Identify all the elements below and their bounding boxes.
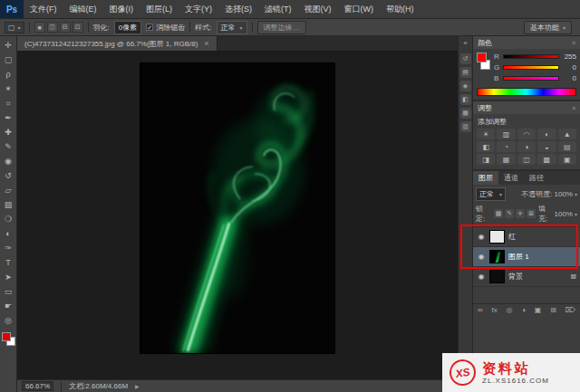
tab-channels[interactable]: 通道 — [498, 171, 524, 185]
eyedropper-tool[interactable]: ✒ — [1, 110, 16, 125]
levels-adjustment-icon[interactable]: ▥ — [497, 129, 515, 139]
opacity-control[interactable]: 不透明度: 100% ▾ — [521, 189, 577, 199]
menu-type[interactable]: 文字(Y) — [179, 0, 218, 18]
feather-input[interactable]: 0像素 — [114, 21, 141, 34]
layer-style-icon[interactable]: fx — [491, 306, 497, 314]
menu-image[interactable]: 图像(I) — [103, 0, 140, 18]
tab-color[interactable]: 颜色 — [478, 38, 492, 48]
style-select[interactable]: 正常 ▾ — [217, 21, 247, 34]
panel-menu-icon[interactable]: ≡ — [572, 105, 575, 111]
new-layer-icon[interactable]: ⊞ — [550, 306, 556, 314]
zoom-level-field[interactable]: 66.67% — [22, 381, 53, 391]
lock-all-icon[interactable]: ⊠ — [527, 209, 536, 218]
posterize-adjustment-icon[interactable]: ▦ — [497, 154, 515, 165]
menu-file[interactable]: 文件(F) — [24, 0, 63, 18]
swatches-panel-icon[interactable]: ▥ — [460, 121, 471, 132]
vibrance-adjustment-icon[interactable]: ▲ — [558, 129, 576, 139]
expand-panels-icon[interactable]: « — [463, 39, 467, 47]
quick-selection-tool[interactable]: ✶ — [1, 81, 16, 96]
hand-tool[interactable]: ☛ — [1, 299, 16, 313]
healing-brush-tool[interactable]: ✚ — [1, 125, 16, 139]
menu-select[interactable]: 选择(S) — [218, 0, 258, 18]
channel-slider[interactable] — [503, 76, 559, 81]
gradient-map-adjustment-icon[interactable]: ▩ — [537, 154, 556, 165]
photo-filter-adjustment-icon[interactable]: ◒ — [537, 141, 556, 152]
menu-window[interactable]: 窗口(W) — [338, 0, 381, 18]
layer-thumbnail[interactable] — [489, 230, 505, 244]
close-icon[interactable]: × — [204, 39, 208, 48]
layer-row-background[interactable]: ◉ 背景 ⊠ — [473, 267, 580, 287]
antialias-checkbox-group[interactable]: ✓ 消除锯齿 — [146, 23, 185, 33]
document-tab[interactable]: (C)47373124212327355.jpg @ 66.7%(图层 1, R… — [17, 36, 218, 51]
delete-layer-icon[interactable]: ⌦ — [566, 306, 575, 314]
lasso-tool[interactable]: ρ — [1, 67, 16, 81]
layer-row-layer1[interactable]: ◉ 图层 1 — [473, 247, 580, 267]
link-layers-icon[interactable]: ∞ — [478, 306, 483, 314]
menu-help[interactable]: 帮助(H) — [380, 0, 420, 18]
foreground-color-swatch[interactable] — [2, 332, 11, 341]
blur-tool[interactable]: ❍ — [1, 212, 16, 226]
menu-view[interactable]: 视图(V) — [298, 0, 338, 18]
gradient-tool[interactable]: ▨ — [1, 197, 16, 212]
exposure-adjustment-icon[interactable]: ◐ — [537, 129, 556, 139]
antialias-checkbox[interactable]: ✓ — [146, 24, 153, 31]
visibility-eye-icon[interactable]: ◉ — [477, 253, 486, 261]
tool-preset-picker[interactable]: ▢ ▾ — [5, 22, 24, 33]
channel-value[interactable]: 0 — [562, 63, 576, 72]
add-mask-icon[interactable]: ◎ — [506, 306, 512, 314]
workspace-switcher[interactable]: 基本功能 ▾ — [524, 21, 572, 34]
pen-tool[interactable]: ✑ — [1, 241, 16, 255]
curves-adjustment-icon[interactable]: ◠ — [517, 129, 536, 139]
subtract-selection-icon[interactable]: ⊟ — [60, 22, 71, 33]
threshold-adjustment-icon[interactable]: ◫ — [517, 154, 536, 165]
crop-tool[interactable]: ⌗ — [1, 96, 16, 110]
menu-edit[interactable]: 编辑(E) — [63, 0, 103, 18]
lock-pixels-icon[interactable]: ✎ — [505, 209, 514, 218]
adjustment-layer-icon[interactable]: ◑ — [521, 306, 526, 314]
lock-position-icon[interactable]: ✛ — [516, 209, 525, 218]
channel-slider[interactable] — [503, 65, 559, 70]
opacity-value[interactable]: 100% — [555, 190, 573, 198]
fill-control[interactable]: 填充: 100% ▾ — [538, 204, 577, 224]
channel-mixer-adjustment-icon[interactable]: ▤ — [558, 141, 576, 152]
dodge-tool[interactable]: ◐ — [1, 226, 16, 241]
layer-thumbnail[interactable] — [489, 250, 505, 263]
shape-tool[interactable]: ▭ — [1, 284, 16, 299]
styles-panel-icon[interactable]: ▦ — [460, 108, 471, 119]
properties-panel-icon[interactable]: ▤ — [460, 67, 471, 78]
tab-layers[interactable]: 图层 — [473, 171, 498, 185]
layer-thumbnail[interactable] — [489, 270, 505, 283]
layer-row-red[interactable]: ◉ 红 — [473, 227, 580, 247]
color-balance-adjustment-icon[interactable]: ◔ — [497, 141, 515, 152]
color-spectrum-ramp[interactable] — [477, 88, 576, 96]
channel-value[interactable]: 0 — [562, 74, 576, 82]
refine-edge-button[interactable]: 调整边缘… — [257, 21, 306, 34]
tab-adjustments[interactable]: 调整 — [478, 103, 492, 113]
info-panel-icon[interactable]: ◈ — [460, 81, 471, 91]
zoom-tool[interactable]: ◎ — [1, 313, 16, 328]
path-selection-tool[interactable]: ➤ — [1, 270, 16, 284]
hue-saturation-adjustment-icon[interactable]: ◧ — [477, 141, 495, 152]
history-brush-tool[interactable]: ↺ — [1, 168, 16, 183]
add-selection-icon[interactable]: ◫ — [47, 22, 58, 33]
type-tool[interactable]: T — [1, 255, 16, 270]
selective-color-adjustment-icon[interactable]: ▣ — [558, 154, 576, 165]
channel-value[interactable]: 255 — [562, 53, 576, 61]
move-tool[interactable]: ✛ — [1, 38, 16, 53]
new-group-icon[interactable]: ▣ — [535, 306, 542, 314]
tab-paths[interactable]: 路径 — [524, 171, 549, 185]
eraser-tool[interactable]: ▱ — [1, 183, 16, 197]
panel-menu-icon[interactable]: ≡ — [572, 40, 575, 46]
visibility-eye-icon[interactable]: ◉ — [477, 233, 486, 241]
intersect-selection-icon[interactable]: ⊡ — [72, 22, 83, 33]
canvas-viewport[interactable] — [17, 52, 458, 379]
status-menu-arrow-icon[interactable]: ▶ — [135, 383, 140, 389]
foreground-color-swatch[interactable] — [477, 53, 487, 62]
visibility-eye-icon[interactable]: ◉ — [477, 272, 486, 281]
marquee-tool[interactable]: ▢ — [1, 53, 16, 67]
invert-adjustment-icon[interactable]: ◨ — [477, 154, 495, 165]
navigator-panel-icon[interactable]: ◧ — [460, 94, 471, 105]
new-selection-icon[interactable]: ■ — [34, 22, 45, 33]
fill-value[interactable]: 100% — [555, 210, 573, 218]
history-panel-icon[interactable]: ↺ — [460, 53, 471, 64]
